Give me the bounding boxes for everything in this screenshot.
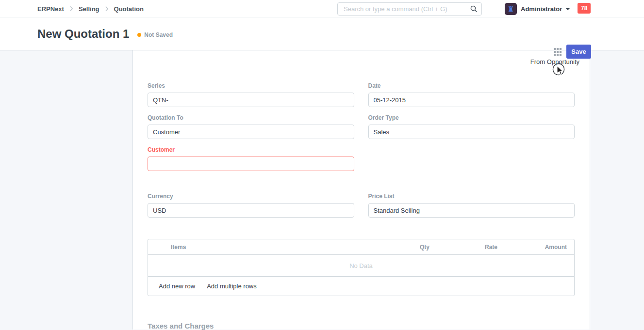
field-series: Series xyxy=(148,82,354,107)
items-grid-header: Items Qty Rate Amount xyxy=(148,239,574,255)
field-date: Date xyxy=(368,82,575,107)
breadcrumb-selling[interactable]: Selling xyxy=(79,5,99,13)
field-empty xyxy=(368,146,575,171)
field-quotation-to: Quotation To xyxy=(148,114,354,139)
breadcrumb-quotation[interactable]: Quotation xyxy=(114,5,144,13)
navbar: ERPNext Selling Quotation Administrator … xyxy=(0,0,644,17)
search-icon[interactable] xyxy=(470,5,478,13)
order-type-label: Order Type xyxy=(368,114,575,121)
notification-badge[interactable]: 78 xyxy=(578,3,591,14)
field-order-type: Order Type xyxy=(368,114,575,139)
caret-down-icon xyxy=(566,8,570,10)
form-row: Customer xyxy=(148,146,575,171)
form-area: Series Date Quotation To Order Type xyxy=(133,82,590,330)
chevron-right-icon xyxy=(105,6,109,12)
series-label: Series xyxy=(148,82,354,89)
page-head: New Quotation 1 Not Saved Save xyxy=(0,17,644,50)
date-input[interactable] xyxy=(368,93,575,107)
menu-grid-icon[interactable] xyxy=(554,48,561,56)
currency-label: Currency xyxy=(148,193,354,200)
quotation-to-input[interactable] xyxy=(148,125,354,139)
customer-label: Customer xyxy=(148,146,354,153)
items-grid-footer: Add new row Add multiple rows xyxy=(148,277,574,296)
form-row: Quotation To Order Type xyxy=(148,114,575,139)
series-input[interactable] xyxy=(148,93,354,107)
column-header-items: Items xyxy=(148,244,369,251)
title-wrap: New Quotation 1 Not Saved xyxy=(37,17,173,50)
price-list-input[interactable] xyxy=(368,203,575,218)
search-input[interactable] xyxy=(337,2,482,16)
no-data-text: No Data xyxy=(349,262,373,269)
user-avatar-icon xyxy=(505,3,517,15)
global-search xyxy=(337,2,482,16)
status-badge: Not Saved xyxy=(144,31,173,38)
field-customer: Customer xyxy=(148,146,354,171)
chevron-right-icon xyxy=(69,6,73,12)
user-menu[interactable]: Administrator xyxy=(505,0,570,17)
page-title: New Quotation 1 xyxy=(37,27,129,41)
column-header-amount: Amount xyxy=(505,244,574,251)
from-opportunity-link[interactable]: From Opportunity xyxy=(530,58,579,65)
status-dot-icon xyxy=(137,33,141,37)
form-panel: From Opportunity Series Date Quot xyxy=(132,50,590,330)
add-new-row-button[interactable]: Add new row xyxy=(159,283,195,290)
page-body: From Opportunity Series Date Quot xyxy=(0,50,644,330)
customer-input[interactable] xyxy=(148,157,354,171)
column-header-qty: Qty xyxy=(369,244,437,251)
no-data-row: No Data xyxy=(148,255,574,277)
breadcrumb: ERPNext Selling Quotation xyxy=(37,0,144,17)
section-taxes-and-charges: Taxes and Charges xyxy=(148,322,575,330)
price-list-label: Price List xyxy=(368,193,575,200)
column-header-rate: Rate xyxy=(437,244,505,251)
order-type-input[interactable] xyxy=(368,125,575,139)
quotation-to-label: Quotation To xyxy=(148,114,354,121)
date-label: Date xyxy=(368,82,575,89)
add-multiple-rows-button[interactable]: Add multiple rows xyxy=(207,283,257,290)
form-row: Series Date xyxy=(148,82,575,107)
items-grid: Items Qty Rate Amount No Data Add new ro… xyxy=(148,239,575,296)
breadcrumb-erpnext[interactable]: ERPNext xyxy=(37,5,64,13)
save-button[interactable]: Save xyxy=(566,45,591,59)
user-name: Administrator xyxy=(521,5,562,13)
currency-input[interactable] xyxy=(148,203,354,218)
form-row: Currency Price List xyxy=(148,193,575,218)
field-price-list: Price List xyxy=(368,193,575,218)
status-indicator: Not Saved xyxy=(137,31,173,38)
field-currency: Currency xyxy=(148,193,354,218)
